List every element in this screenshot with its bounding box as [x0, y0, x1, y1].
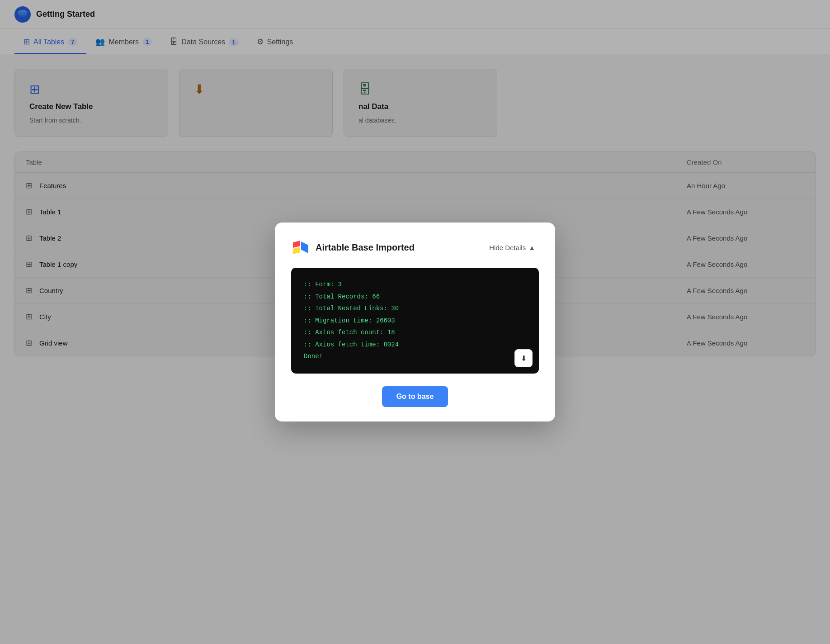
- download-icon: ⬇: [521, 354, 527, 363]
- svg-marker-4: [293, 247, 300, 254]
- download-log-button[interactable]: ⬇: [514, 349, 533, 367]
- terminal-output: :: Form: 3 :: Total Records: 66 :: Total…: [291, 268, 539, 374]
- terminal-line-3: :: Total Nested Links: 30: [304, 303, 526, 315]
- go-to-base-button[interactable]: Go to base: [382, 386, 448, 407]
- modal: Airtable Base Imported Hide Details ▲ ::…: [275, 223, 555, 421]
- terminal-line-5: :: Axios fetch count: 18: [304, 327, 526, 339]
- modal-header: Airtable Base Imported Hide Details ▲: [291, 239, 539, 257]
- terminal-line-6: :: Axios fetch time: 8024: [304, 339, 526, 351]
- svg-marker-3: [293, 241, 300, 248]
- terminal-line-done: Done!: [304, 350, 526, 363]
- terminal-line-2: :: Total Records: 66: [304, 291, 526, 303]
- hide-details-button[interactable]: Hide Details ▲: [486, 242, 539, 253]
- hide-details-label: Hide Details: [489, 244, 526, 251]
- modal-overlay: Airtable Base Imported Hide Details ▲ ::…: [0, 0, 830, 644]
- modal-title: Airtable Base Imported: [316, 242, 415, 253]
- svg-marker-5: [301, 242, 308, 253]
- terminal-line-4: :: Migration time: 26603: [304, 315, 526, 327]
- airtable-logo: [291, 239, 309, 257]
- terminal-line-1: :: Form: 3: [304, 279, 526, 291]
- modal-title-row: Airtable Base Imported: [291, 239, 415, 257]
- chevron-up-icon: ▲: [528, 244, 535, 251]
